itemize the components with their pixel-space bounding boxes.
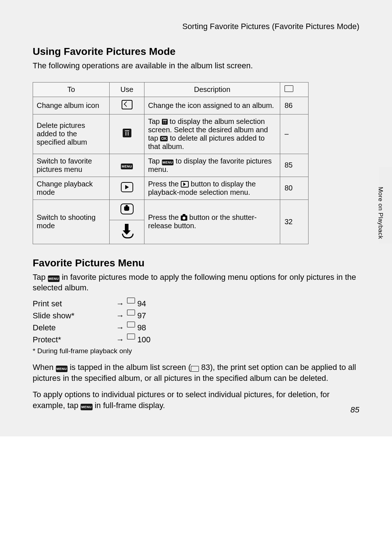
text: To apply options to individual pictures … [33, 390, 330, 410]
menu-item-protect: Protect* → 100 [33, 334, 359, 346]
menu-list: Print set → 94 Slide show* → 97 Delete →… [33, 298, 359, 346]
page-number: 85 [351, 405, 359, 415]
arrow-icon: → [116, 334, 127, 346]
menu-page: 94 [137, 298, 146, 310]
cell-desc: Change the icon assigned to an album. [144, 97, 280, 114]
cell-desc: Press the button to display the playback… [144, 177, 280, 200]
cell-use [110, 114, 144, 154]
edit-icon [122, 100, 132, 109]
cell-use [110, 97, 144, 114]
cell-desc: Tap MENU to display the favorite picture… [144, 154, 280, 177]
intro-text: The following operations are available i… [33, 60, 359, 71]
cell-desc: Tap to display the album selection scree… [144, 114, 280, 154]
footnote: * During full-frame playback only [33, 347, 359, 355]
menu-page: 100 [137, 334, 151, 346]
book-icon [127, 334, 135, 339]
cell-to: Change playback mode [33, 177, 110, 200]
cell-use [110, 177, 144, 200]
trash-icon [162, 119, 168, 125]
table-row: Change playback mode Press the button to… [33, 177, 309, 200]
intro2: Tap MENU in favorite pictures mode to ap… [33, 272, 359, 293]
section-title-using: Using Favorite Pictures Mode [33, 46, 359, 57]
menu-label: Protect* [33, 334, 116, 346]
para-album-list: When MENU is tapped in the album list sc… [33, 362, 359, 383]
cell-use: MENU [110, 154, 144, 177]
menu-icon: MENU [121, 164, 133, 169]
th-to: To [33, 82, 110, 97]
menu-icon: MENU [56, 366, 68, 372]
cell-to: Delete pictures added to the specified a… [33, 114, 110, 154]
arrow-icon: → [116, 310, 127, 322]
book-icon [127, 322, 135, 327]
table-row: Change album icon Change the icon assign… [33, 97, 309, 114]
table-row: Switch to shooting mode Press the button… [33, 200, 309, 244]
cell-page: 86 [280, 97, 309, 114]
menu-page: 98 [137, 322, 146, 334]
book-icon [127, 310, 135, 315]
th-use: Use [110, 82, 144, 97]
section-title-menu: Favorite Pictures Menu [33, 257, 359, 269]
ok-icon: OK [160, 136, 168, 141]
text: Tap [148, 157, 162, 165]
playback-icon [181, 181, 189, 188]
trash-icon [123, 129, 131, 137]
shutter-release-icon [121, 224, 133, 238]
cell-use [110, 200, 144, 244]
th-desc: Description [144, 82, 280, 97]
menu-item-print-set: Print set → 94 [33, 298, 359, 310]
text: Tap [33, 273, 48, 282]
cell-to: Change album icon [33, 97, 110, 114]
arrow-icon: → [116, 322, 127, 334]
cell-page: – [280, 114, 309, 154]
menu-label: Delete [33, 322, 116, 334]
breadcrumb: Sorting Favorite Pictures (Favorite Pict… [33, 22, 359, 31]
menu-item-delete: Delete → 98 [33, 322, 359, 334]
cell-page: 80 [280, 177, 309, 200]
cell-to: Switch to shooting mode [33, 200, 110, 244]
operations-table: To Use Description Change album icon Cha… [33, 82, 309, 244]
cell-page: 85 [280, 154, 309, 177]
book-icon [191, 366, 199, 372]
text: Tap [148, 117, 162, 125]
menu-item-slide-show: Slide show* → 97 [33, 310, 359, 322]
table-row: Delete pictures added to the specified a… [33, 114, 309, 154]
camera-icon [121, 203, 134, 214]
menu-icon: MENU [162, 160, 174, 165]
book-icon [285, 85, 293, 92]
menu-page: 97 [137, 310, 146, 322]
cell-desc: Press the button or the shutter-release … [144, 200, 280, 244]
cell-to: Switch to favorite pictures menu [33, 154, 110, 177]
th-page [280, 82, 309, 97]
cell-page: 32 [280, 200, 309, 244]
arrow-icon: → [116, 298, 127, 310]
text: Press the [148, 213, 181, 221]
camera-icon [181, 215, 187, 221]
text: Press the [148, 180, 181, 188]
menu-label: Print set [33, 298, 116, 310]
menu-icon: MENU [48, 275, 60, 282]
table-row: Switch to favorite pictures menu MENU Ta… [33, 154, 309, 177]
text: When [33, 363, 56, 372]
text: is tapped in the album list screen ( [68, 363, 191, 372]
text: in full-frame display. [93, 401, 165, 410]
book-icon [127, 298, 135, 303]
playback-icon [121, 182, 133, 192]
menu-label: Slide show* [33, 310, 116, 322]
text: in favorite pictures mode to apply the f… [33, 273, 356, 293]
para-individual: To apply options to individual pictures … [33, 389, 359, 411]
menu-icon: MENU [81, 404, 93, 410]
